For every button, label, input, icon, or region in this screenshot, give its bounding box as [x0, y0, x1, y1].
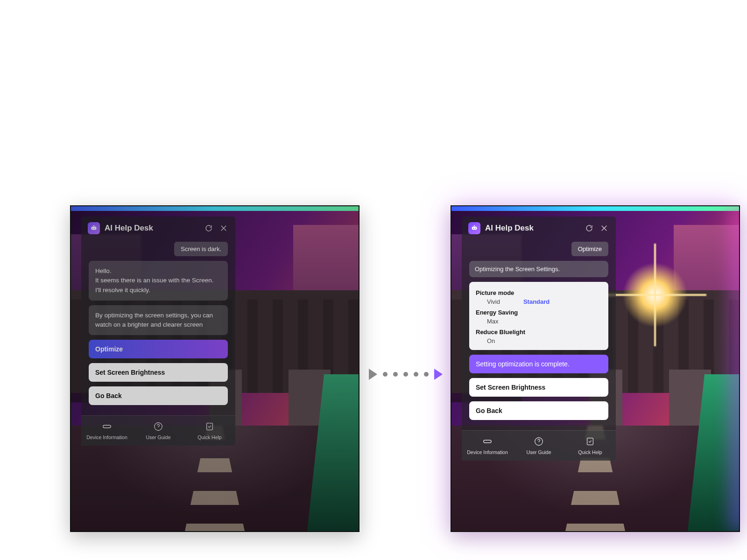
assistant-bubble-2: By optimizing the screen settings, you c… [89, 305, 228, 336]
picture-mode-new: Standard [523, 298, 550, 305]
ai-robot-icon [468, 222, 480, 234]
svg-rect-4 [103, 426, 111, 428]
close-icon[interactable] [218, 223, 229, 233]
refresh-icon[interactable] [204, 223, 214, 233]
panel-toolbar: Device Information User Guide Quick Help [462, 430, 616, 461]
panel-title: AI Help Desk [485, 224, 579, 233]
reduce-bluelight-old: On [487, 337, 495, 344]
quick-help-label: Quick Help [578, 449, 602, 455]
tv-after: After AI Help Desk O [451, 205, 740, 532]
svg-point-8 [473, 228, 474, 229]
svg-rect-3 [93, 225, 95, 226]
optimizing-status: Optimizing the Screen Settings. [469, 261, 608, 277]
quick-help-label: Quick Help [197, 434, 221, 440]
ai-help-desk-panel: AI Help Desk Screen is dark. Hello. It s… [81, 217, 235, 446]
svg-rect-7 [472, 227, 477, 230]
svg-rect-11 [484, 440, 492, 443]
panel-toolbar: Device Information User Guide Quick Help [81, 415, 235, 446]
quick-help-tab[interactable]: Quick Help [564, 431, 616, 461]
close-icon[interactable] [599, 223, 609, 233]
reduce-bluelight-label: Reduce Bluelight [476, 329, 525, 336]
svg-rect-10 [474, 225, 475, 226]
panel-title: AI Help Desk [105, 224, 199, 233]
assistant-bubble-1: Hello. It seems there is an issue with t… [89, 261, 228, 301]
set-brightness-button[interactable]: Set Screen Brightness [469, 378, 608, 397]
user-guide-label: User Guide [146, 434, 170, 440]
svg-point-2 [94, 228, 95, 229]
energy-saving-label: Energy Saving [476, 309, 518, 316]
svg-rect-0 [92, 227, 97, 230]
user-message: Screen is dark. [174, 242, 228, 256]
device-information-tab[interactable]: Device Information [81, 416, 133, 446]
svg-point-9 [475, 228, 476, 229]
optimize-button[interactable]: Optimize [89, 340, 228, 358]
transition-arrow [369, 369, 443, 380]
quick-help-tab[interactable]: Quick Help [184, 416, 235, 446]
ai-help-desk-panel: AI Help Desk Optimize Optimizing the Scr… [462, 217, 616, 461]
device-information-label: Device Information [467, 449, 508, 455]
ai-robot-icon [88, 222, 100, 234]
tv-before: Before AI Help Desk [70, 205, 359, 532]
settings-card: Picture mode Vivid Standard Energy Savin… [469, 282, 608, 350]
energy-saving-old: Max [487, 318, 499, 325]
user-guide-tab[interactable]: User Guide [513, 431, 564, 461]
device-information-tab[interactable]: Device Information [462, 431, 513, 461]
svg-point-1 [92, 228, 93, 229]
arrow-start-icon [369, 369, 377, 380]
picture-mode-old: Vivid [487, 298, 500, 305]
svg-rect-6 [207, 423, 213, 430]
optimization-complete-banner: Setting optimization is complete. [469, 355, 608, 373]
user-guide-label: User Guide [526, 449, 551, 455]
go-back-button[interactable]: Go Back [89, 386, 228, 405]
user-guide-tab[interactable]: User Guide [133, 416, 184, 446]
user-message: Optimize [571, 242, 608, 256]
set-brightness-button[interactable]: Set Screen Brightness [89, 363, 228, 382]
picture-mode-label: Picture mode [476, 289, 514, 296]
svg-rect-13 [587, 438, 593, 445]
device-information-label: Device Information [86, 434, 127, 440]
go-back-button[interactable]: Go Back [469, 401, 608, 420]
refresh-icon[interactable] [584, 223, 594, 233]
arrow-end-icon [434, 369, 443, 380]
